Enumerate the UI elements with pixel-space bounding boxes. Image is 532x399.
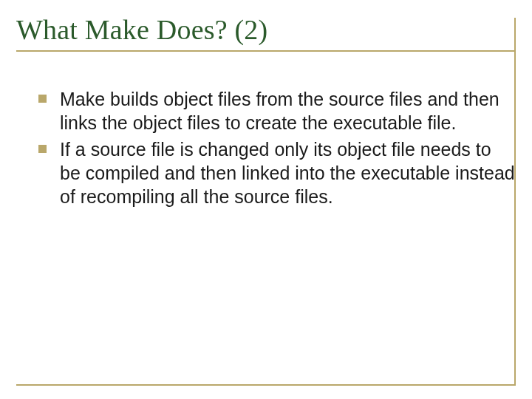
square-bullet-icon xyxy=(38,95,47,103)
slide-body: Make builds object files from the source… xyxy=(16,87,516,208)
list-item: If a source file is changed only its obj… xyxy=(38,137,516,208)
title-underline: What Make Does? (2) xyxy=(16,13,516,52)
slide-title: What Make Does? (2) xyxy=(16,13,516,46)
square-bullet-icon xyxy=(38,145,47,153)
slide: What Make Does? (2) Make builds object f… xyxy=(0,0,532,399)
bullet-text: Make builds object files from the source… xyxy=(60,87,516,134)
right-border-line xyxy=(514,18,516,386)
bottom-border-line xyxy=(16,384,516,386)
bullet-text: If a source file is changed only its obj… xyxy=(60,137,516,208)
list-item: Make builds object files from the source… xyxy=(38,87,516,134)
